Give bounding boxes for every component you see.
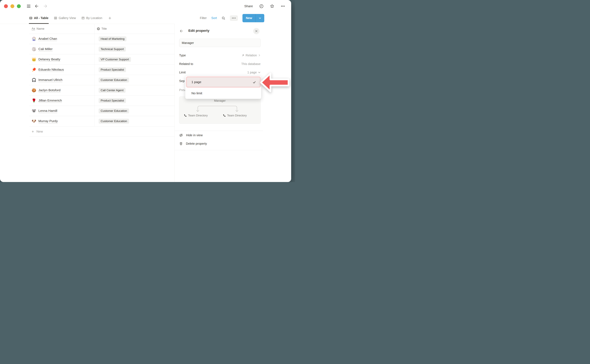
title-cell[interactable]: Product Specialist — [94, 65, 175, 75]
zoom-window-button[interactable] — [17, 4, 21, 8]
name-cell[interactable]: 🎧Immanuel Ullrich — [29, 75, 94, 85]
title-value: Technical Support — [99, 47, 126, 52]
page-link[interactable]: Jaclyn Botsford — [39, 88, 60, 92]
eye-off-icon — [179, 133, 183, 137]
notion-window: Share All - Table — [0, 0, 291, 182]
column-header-name[interactable]: Aa Name — [29, 24, 94, 34]
name-cell[interactable]: 🏐Cali Miller — [29, 44, 94, 54]
page-link[interactable]: Anabel Chan — [39, 37, 57, 41]
more-options-icon[interactable] — [281, 4, 285, 8]
title-cell[interactable]: Customer Education — [94, 75, 175, 85]
page-link[interactable]: Eduardo Nikolaus — [39, 68, 64, 72]
dropdown-item-1-page[interactable]: 1 page — [187, 77, 260, 87]
title-cell[interactable]: Call Center Agent — [94, 85, 175, 95]
chevron-right-icon — [258, 54, 261, 57]
page-link[interactable]: Murray Purdy — [39, 119, 58, 123]
title-cell[interactable]: Technical Support — [94, 44, 175, 54]
edit-property-panel: Edit property Type Relation Related to T… — [175, 24, 291, 182]
title-value: Product Specialist — [99, 98, 126, 103]
property-label: Type — [179, 54, 186, 57]
page-link[interactable]: Jillian Emmerich — [39, 99, 62, 103]
new-button[interactable]: New — [243, 14, 256, 22]
table-row: 🐶Murray Purdy Customer Education — [29, 116, 175, 126]
page-link[interactable]: Immanuel Ullrich — [39, 78, 62, 82]
name-cell[interactable]: 🌹Jillian Emmerich — [29, 96, 94, 106]
property-row-limit[interactable]: Limit 1 page — [179, 69, 261, 75]
page-link[interactable]: Cali Miller — [39, 47, 52, 51]
property-row-type[interactable]: Type Relation — [179, 52, 261, 58]
property-label: Related to — [179, 62, 193, 66]
limit-dropdown-menu: 1 page No limit — [185, 76, 261, 99]
text-icon: Aa — [32, 27, 35, 30]
view-tabbar: All - Table Gallery View By Location Fil… — [0, 12, 291, 24]
preview-child-label: Team Directory — [188, 114, 208, 117]
board-icon — [81, 16, 85, 20]
table-row: 🍪Jaclyn Botsford Call Center Agent — [29, 85, 175, 96]
title-cell[interactable]: Customer Education — [94, 116, 175, 126]
name-cell[interactable]: 🐶Murray Purdy — [29, 116, 94, 126]
forward-icon[interactable] — [43, 4, 48, 8]
property-row-related-to[interactable]: Related to This database — [179, 61, 261, 67]
page-emoji: 🎡 — [32, 37, 36, 41]
phone-icon — [184, 114, 187, 117]
close-icon[interactable] — [253, 28, 260, 34]
page-emoji: 👑 — [32, 57, 36, 62]
title-cell[interactable]: Head of Marketing — [94, 34, 175, 44]
new-split-button: New — [243, 14, 264, 22]
new-row-label: New — [36, 130, 43, 133]
tab-label: Gallery View — [59, 16, 76, 20]
add-view-icon[interactable] — [108, 12, 111, 24]
tab-label: All - Table — [34, 16, 48, 20]
tab-all-table[interactable]: All - Table — [29, 12, 48, 24]
delete-property-button[interactable]: Delete property — [179, 140, 261, 147]
name-cell[interactable]: 🎡Anabel Chan — [29, 34, 94, 44]
tab-by-location[interactable]: By Location — [81, 12, 102, 24]
property-value-type[interactable]: Relation — [242, 54, 261, 57]
page-emoji: 🐨 — [32, 109, 36, 113]
history-clock-icon[interactable] — [259, 4, 263, 8]
new-row-button[interactable]: + New — [29, 126, 175, 137]
title-cell[interactable]: VP Customer Support — [94, 54, 175, 65]
sidebar-menu-icon[interactable] — [27, 5, 30, 8]
back-icon[interactable] — [179, 29, 184, 33]
tab-gallery-view[interactable]: Gallery View — [54, 12, 76, 24]
title-value: Product Specialist — [99, 67, 126, 72]
page-emoji: 🏐 — [32, 47, 36, 51]
share-button[interactable]: Share — [244, 4, 253, 8]
column-header-title[interactable]: Title — [94, 24, 175, 34]
table-row: 👑Delaney Beatty VP Customer Support — [29, 54, 175, 65]
preview-child-item: Team Directory — [184, 114, 208, 117]
favorite-star-icon[interactable] — [270, 4, 274, 8]
hide-in-view-button[interactable]: Hide in view — [179, 132, 261, 138]
dropdown-item-no-limit[interactable]: No limit — [187, 89, 260, 97]
divider — [175, 131, 263, 131]
action-label: Delete property — [186, 142, 207, 145]
back-icon[interactable] — [34, 4, 39, 8]
name-cell[interactable]: 🍪Jaclyn Botsford — [29, 85, 94, 95]
new-dropdown-chevron-down-icon[interactable] — [256, 14, 264, 22]
name-cell[interactable]: 👑Delaney Beatty — [29, 54, 94, 65]
title-cell[interactable]: Customer Education — [94, 106, 175, 116]
search-icon[interactable] — [222, 16, 225, 20]
title-value: VP Customer Support — [99, 57, 131, 62]
preview-section-label: Prev — [179, 88, 185, 92]
table-row: 🏐Cali Miller Technical Support — [29, 44, 175, 54]
title-cell[interactable]: Product Specialist — [94, 96, 175, 106]
filter-button[interactable]: Filter — [200, 16, 207, 20]
property-name-input[interactable] — [179, 39, 261, 47]
title-value: Head of Marketing — [99, 36, 126, 41]
name-cell[interactable]: 🏓Eduardo Nikolaus — [29, 65, 94, 75]
annotation-arrow-left-icon — [255, 71, 291, 95]
view-tabs: All - Table Gallery View By Location — [29, 12, 111, 24]
sort-button[interactable]: Sort — [211, 16, 217, 20]
minimize-window-button[interactable] — [10, 4, 14, 8]
close-window-button[interactable] — [4, 4, 8, 8]
dropdown-item-label: No limit — [191, 91, 202, 95]
page-link[interactable]: Lenna Hamill — [39, 109, 57, 113]
view-more-options-button[interactable] — [230, 15, 238, 21]
page-emoji: 🐶 — [32, 119, 36, 123]
action-label: Hide in view — [186, 133, 203, 137]
name-cell[interactable]: 🐨Lenna Hamill — [29, 106, 94, 116]
page-link[interactable]: Delaney Beatty — [39, 58, 60, 62]
view-controls: Filter Sort New — [200, 12, 264, 24]
